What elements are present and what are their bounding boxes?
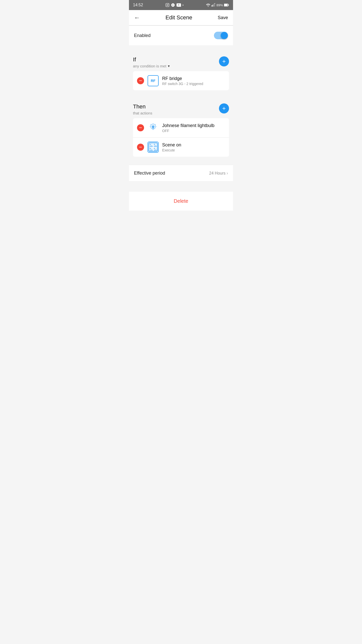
svg-rect-10 [224, 4, 228, 6]
svg-point-1 [167, 4, 168, 6]
page-title: Edit Scene [165, 14, 192, 21]
enabled-toggle[interactable] [214, 32, 228, 39]
enabled-label: Enabled [134, 33, 151, 38]
battery-icon [224, 4, 229, 7]
status-bar: 14:52 • 89% [129, 0, 233, 10]
if-header: If any condition is met ▼ + [133, 56, 229, 68]
action-item-scene: − [133, 137, 229, 157]
delete-section: Delete [129, 192, 233, 211]
add-condition-button[interactable]: + [219, 56, 229, 66]
battery-percent: 89% [216, 3, 223, 7]
svg-rect-5 [213, 4, 214, 7]
spacer-2 [129, 94, 233, 98]
enabled-section: Enabled [129, 26, 233, 45]
actions-card: − [133, 118, 229, 157]
status-right: 89% [206, 3, 229, 7]
youtube-icon [176, 3, 181, 7]
notification-dot: • [183, 3, 184, 7]
status-icons: • [165, 3, 184, 7]
conditions-card: − RF RF bridge RF switch 3G - 2 triggere… [133, 71, 229, 90]
period-chevron-icon: › [227, 171, 228, 176]
delete-button[interactable]: Delete [174, 198, 188, 204]
action-scene-info: Scene on Execute [162, 142, 225, 152]
svg-point-25 [154, 144, 155, 145]
enabled-row: Enabled [129, 26, 233, 45]
svg-rect-6 [214, 4, 215, 7]
action-lightbulb-sub: OFF [162, 129, 225, 133]
save-button[interactable]: Save [218, 15, 228, 20]
period-value: 24 Hours › [209, 171, 228, 176]
then-section: Then that actions + − [129, 98, 233, 161]
rf-bridge-icon: RF [148, 75, 159, 86]
svg-rect-14 [153, 130, 154, 130]
svg-rect-9 [228, 5, 229, 6]
condition-dropdown-arrow[interactable]: ▼ [167, 64, 170, 68]
if-subtitle: any condition is met ▼ [133, 64, 170, 68]
action-lightbulb-info: Johnese filament lightbulb OFF [162, 123, 225, 133]
svg-point-2 [168, 4, 169, 5]
spacer-3 [129, 161, 233, 165]
svg-rect-13 [152, 129, 154, 129]
status-time: 14:52 [133, 3, 143, 7]
wifi-icon [206, 3, 210, 7]
svg-line-15 [151, 124, 151, 125]
scene-icon [148, 142, 159, 153]
app-icon [171, 3, 175, 7]
action-scene-sub: Execute [162, 148, 225, 152]
then-keyword: Then [133, 103, 152, 110]
effective-period-row[interactable]: Effective period 24 Hours › [129, 165, 233, 182]
toggle-knob [221, 32, 228, 39]
svg-point-28 [150, 148, 151, 149]
svg-line-7 [214, 3, 215, 4]
spacer-1 [129, 47, 233, 51]
svg-point-22 [150, 144, 151, 145]
instagram-icon [165, 3, 169, 7]
signal-icon [211, 3, 215, 7]
svg-rect-0 [166, 3, 169, 7]
remove-condition-rf-button[interactable]: − [137, 77, 144, 84]
condition-rf-info: RF bridge RF switch 3G - 2 triggered [162, 76, 225, 86]
then-header: Then that actions + [133, 103, 229, 115]
svg-rect-12 [152, 128, 154, 129]
if-header-left: If any condition is met ▼ [133, 56, 170, 68]
action-scene-name: Scene on [162, 142, 225, 148]
condition-rf-name: RF bridge [162, 76, 225, 81]
spacer-4 [129, 182, 233, 186]
nav-bar: ← Edit Scene Save [129, 10, 233, 25]
action-item-lightbulb: − [133, 118, 229, 137]
action-lightbulb-name: Johnese filament lightbulb [162, 123, 225, 128]
svg-line-17 [155, 124, 156, 125]
svg-rect-3 [211, 5, 212, 7]
then-subtitle: that actions [133, 111, 152, 115]
period-value-text: 24 Hours [209, 171, 225, 176]
if-keyword: If [133, 56, 170, 63]
lightbulb-icon [148, 122, 159, 133]
condition-rf-sub: RF switch 3G - 2 triggered [162, 82, 225, 86]
svg-point-31 [154, 148, 155, 149]
if-section: If any condition is met ▼ + − RF RF brid… [129, 51, 233, 94]
remove-action-scene-button[interactable]: − [137, 144, 144, 151]
then-header-left: Then that actions [133, 103, 152, 115]
spacer-5 [129, 186, 233, 192]
back-button[interactable]: ← [134, 14, 140, 21]
condition-item-rf-bridge: − RF RF bridge RF switch 3G - 2 triggere… [133, 71, 229, 90]
add-action-button[interactable]: + [219, 103, 229, 113]
remove-action-lightbulb-button[interactable]: − [137, 124, 144, 131]
svg-rect-4 [212, 5, 213, 7]
period-label: Effective period [134, 171, 165, 176]
